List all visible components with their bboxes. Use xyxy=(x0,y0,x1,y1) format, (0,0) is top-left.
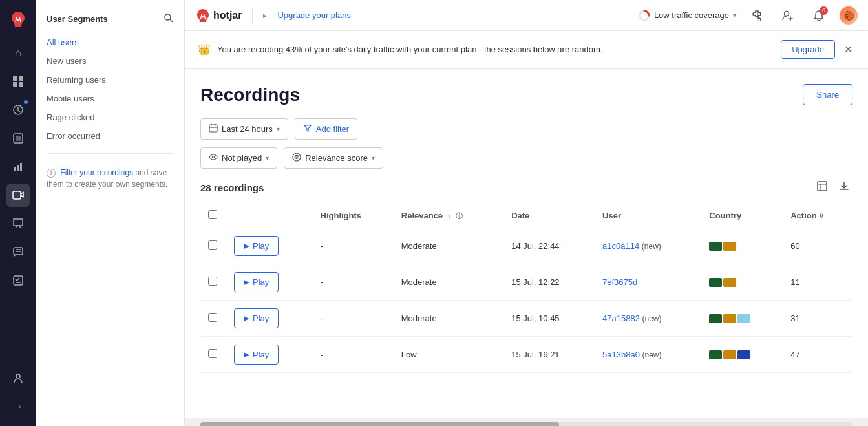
flag-block xyxy=(723,242,736,251)
flag-block xyxy=(709,350,722,359)
user-cell: a1c0a114 (new) xyxy=(595,228,701,264)
filter-icon xyxy=(303,123,312,134)
row-checkbox[interactable] xyxy=(208,313,217,322)
highlights-header: Highlights xyxy=(313,204,394,228)
avatar[interactable]: 🏀 xyxy=(840,6,858,25)
play-button[interactable]: ▶ Play xyxy=(234,308,279,328)
sort-filter-button[interactable]: Relevance score ▾ xyxy=(284,147,383,169)
play-cell: ▶ Play xyxy=(226,264,313,301)
relevance-cell: Moderate xyxy=(394,264,503,301)
table-row: ▶ Play - Moderate 15 Jul, 12:22 7ef3675d… xyxy=(200,264,852,301)
country-cell xyxy=(701,228,783,264)
sidebar-item-all-users[interactable]: All users xyxy=(36,33,184,52)
filter-link[interactable]: Filter your recordings xyxy=(60,168,133,177)
svg-rect-9 xyxy=(20,163,22,171)
relevance-info-icon[interactable]: ⓘ xyxy=(456,212,463,220)
select-all-checkbox[interactable] xyxy=(208,210,217,219)
svg-rect-10 xyxy=(13,191,21,199)
recordings-icon[interactable] xyxy=(6,184,30,207)
row-checkbox[interactable] xyxy=(208,277,217,286)
sidebar-item-new-users[interactable]: New users xyxy=(36,52,184,70)
flag-block xyxy=(737,314,750,323)
play-button[interactable]: ▶ Play xyxy=(234,272,279,292)
user-link[interactable]: 7ef3675d xyxy=(602,277,637,287)
play-button[interactable]: ▶ Play xyxy=(234,236,279,256)
puzzle-icon-btn[interactable] xyxy=(746,5,767,26)
insights-icon[interactable] xyxy=(6,98,30,122)
svg-rect-3 xyxy=(19,82,23,87)
row-checkbox-cell xyxy=(200,337,226,373)
download-icon[interactable] xyxy=(836,179,852,196)
user-cell: 47a15882 (new) xyxy=(595,301,701,337)
todo-icon[interactable] xyxy=(6,269,30,292)
info-icon: i xyxy=(47,169,56,178)
svg-rect-2 xyxy=(13,82,17,87)
home-icon[interactable]: ⌂ xyxy=(6,41,30,65)
bottom-scroll-area xyxy=(200,373,852,378)
nav-hint: i Filter your recordings and save them t… xyxy=(36,162,184,195)
row-checkbox[interactable] xyxy=(208,240,217,250)
heatmap-icon[interactable] xyxy=(6,127,30,150)
play-button[interactable]: ▶ Play xyxy=(234,345,279,365)
share-button[interactable]: Share xyxy=(803,84,852,105)
traffic-icon xyxy=(639,10,650,21)
filters-row-2: Not played ▾ Relevance score ▾ xyxy=(200,147,852,169)
flag-block xyxy=(709,278,722,287)
action-count-cell: 11 xyxy=(783,264,852,301)
row-checkbox[interactable] xyxy=(208,349,217,358)
user-link[interactable]: a1c0a114 xyxy=(602,241,639,251)
status-filter-label: Not played xyxy=(222,153,262,163)
expand-icon[interactable]: → xyxy=(6,395,30,418)
table-view-icon[interactable] xyxy=(814,179,831,196)
status-filter-button[interactable]: Not played ▾ xyxy=(200,147,277,169)
topbar-arrow: ▸ xyxy=(263,11,267,20)
notifications-icon-btn[interactable]: 6 xyxy=(809,5,829,26)
calendar-icon xyxy=(209,123,218,134)
date-filter-button[interactable]: Last 24 hours ▾ xyxy=(200,118,288,140)
sidebar-icons: ⌂ xyxy=(0,0,36,426)
sidebar-item-mobile-users[interactable]: Mobile users xyxy=(36,89,184,108)
table-actions xyxy=(814,179,852,196)
notification-badge: 6 xyxy=(820,6,828,15)
table-row: ▶ Play - Moderate 15 Jul, 10:45 47a15882… xyxy=(200,301,852,337)
users-icon[interactable] xyxy=(6,367,30,390)
date-cell: 15 Jul, 10:45 xyxy=(503,301,595,337)
add-filter-button[interactable]: Add filter xyxy=(295,118,357,140)
nav-search-icon[interactable] xyxy=(164,13,174,25)
country-flags xyxy=(709,242,775,251)
traffic-coverage[interactable]: Low traffic coverage ▾ xyxy=(639,10,736,21)
nav-panel-header: User Segments xyxy=(36,8,184,33)
user-link[interactable]: 5a13b8a0 xyxy=(602,350,640,359)
user-link[interactable]: 47a15882 xyxy=(602,314,640,323)
add-user-icon-btn[interactable] xyxy=(778,5,798,26)
sidebar-item-rage-clicked[interactable]: Rage clicked xyxy=(36,108,184,127)
date-cell: 15 Jul, 16:21 xyxy=(503,337,595,373)
relevance-header[interactable]: Relevance ↓ ⓘ xyxy=(394,204,503,228)
user-header: User xyxy=(595,204,701,228)
upgrade-link[interactable]: Upgrade your plans xyxy=(277,10,350,20)
sidebar-item-error-occurred[interactable]: Error occurred xyxy=(36,127,184,145)
banner-close-button[interactable]: ✕ xyxy=(842,42,855,57)
crown-icon: 👑 xyxy=(198,43,211,56)
feedback-icon[interactable] xyxy=(6,240,30,264)
survey-icon[interactable] xyxy=(6,212,30,235)
banner-upgrade-button[interactable]: Upgrade xyxy=(781,40,835,59)
horizontal-scrollbar[interactable] xyxy=(185,418,868,426)
banner: 👑 You are recording 43% of your site's d… xyxy=(185,31,868,69)
chart-icon[interactable] xyxy=(6,155,30,178)
flag-block xyxy=(723,314,736,323)
date-cell: 15 Jul, 12:22 xyxy=(503,264,595,301)
nav-panel: User Segments All users New users Return… xyxy=(36,0,185,426)
svg-rect-20 xyxy=(818,182,827,191)
sidebar-item-returning-users[interactable]: Returning users xyxy=(36,70,184,89)
country-header: Country xyxy=(701,204,783,228)
sort-filter-chevron: ▾ xyxy=(372,154,375,162)
svg-rect-1 xyxy=(19,76,23,81)
scroll-thumb xyxy=(200,422,559,426)
svg-point-18 xyxy=(213,156,215,158)
topbar: hotjar ▸ Upgrade your plans Low traffic … xyxy=(185,0,868,31)
action-header: Action # xyxy=(783,204,852,228)
dashboard-icon[interactable] xyxy=(6,70,30,93)
date-cell: 14 Jul, 22:44 xyxy=(503,228,595,264)
flag-block xyxy=(723,350,736,359)
